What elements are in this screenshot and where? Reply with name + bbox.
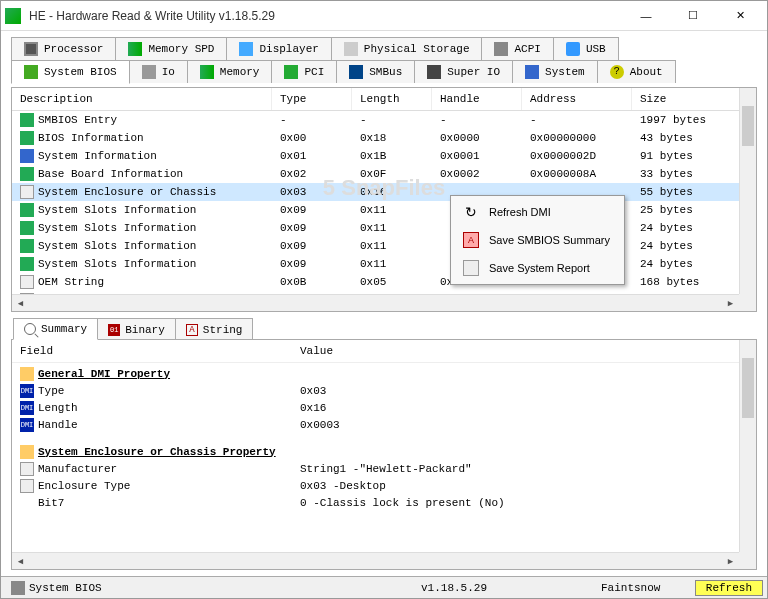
tab-smbus[interactable]: SMBus xyxy=(336,60,415,83)
row-description: System Information xyxy=(38,150,157,162)
detail-value: 0x03 xyxy=(292,385,756,397)
col-description[interactable]: Description xyxy=(12,88,272,110)
row-description: System Slots Information xyxy=(38,222,196,234)
a-icon xyxy=(463,232,479,248)
table-row[interactable]: System Enclosure or Chassis0x030x1655 by… xyxy=(12,183,756,201)
tab-label: System xyxy=(545,66,585,78)
system-bios-icon xyxy=(24,65,38,79)
row-icon xyxy=(20,257,34,271)
pci-icon xyxy=(284,65,298,79)
row-icon xyxy=(20,221,34,235)
table-row[interactable]: Base Board Information0x020x0F0x00020x00… xyxy=(12,165,756,183)
table-row[interactable]: SMBIOS Entry----1997 bytes xyxy=(12,111,756,129)
vertical-scrollbar[interactable] xyxy=(739,88,756,294)
detail-row-icon xyxy=(20,384,34,398)
col-value[interactable]: Value xyxy=(300,345,748,357)
maximize-button[interactable]: ☐ xyxy=(670,2,716,30)
detail-horizontal-scrollbar[interactable]: ◀▶ xyxy=(12,552,739,569)
close-button[interactable]: ✕ xyxy=(717,2,763,30)
row-description: Base Board Information xyxy=(38,168,183,180)
table-row[interactable]: BIOS Information0x000x180x00000x00000000… xyxy=(12,129,756,147)
subtab-label: Binary xyxy=(125,324,165,336)
subtab-string[interactable]: String xyxy=(175,318,254,340)
binary-icon xyxy=(108,324,120,336)
detail-row[interactable]: Type0x03 xyxy=(12,382,756,399)
tab-memory[interactable]: Memory xyxy=(187,60,273,83)
tab-label: ACPI xyxy=(514,43,540,55)
context-save-smbios-summary[interactable]: Save SMBIOS Summary xyxy=(453,226,622,254)
col-address[interactable]: Address xyxy=(522,88,632,110)
context-refresh-dmi[interactable]: ↻Refresh DMI xyxy=(453,198,622,226)
tab-label: System BIOS xyxy=(44,66,117,78)
detail-subtabs: SummaryBinaryString xyxy=(11,316,757,340)
detail-row[interactable]: System Enclosure or Chassis Property xyxy=(12,443,756,460)
tab-label: Memory xyxy=(220,66,260,78)
status-version: v1.18.5.29 xyxy=(421,582,487,594)
displayer-icon xyxy=(239,42,253,56)
tab-label: Processor xyxy=(44,43,103,55)
col-field[interactable]: Field xyxy=(20,345,300,357)
col-length[interactable]: Length xyxy=(352,88,432,110)
tab-super-io[interactable]: Super IO xyxy=(414,60,513,83)
row-icon xyxy=(20,149,34,163)
table-row[interactable]: System Information0x010x1B0x00010x000000… xyxy=(12,147,756,165)
table-row[interactable]: System Slots Information0x090x1125 bytes xyxy=(12,201,756,219)
detail-field: Enclosure Type xyxy=(38,480,130,492)
minimize-button[interactable]: — xyxy=(623,2,669,30)
status-author: Faintsnow xyxy=(601,582,660,594)
subtab-binary[interactable]: Binary xyxy=(97,318,176,340)
col-handle[interactable]: Handle xyxy=(432,88,522,110)
tab-system-bios[interactable]: System BIOS xyxy=(11,60,130,84)
tab-physical-storage[interactable]: Physical Storage xyxy=(331,37,483,60)
detail-row[interactable]: Bit70 -Classis lock is present (No) xyxy=(12,494,756,511)
tab-processor[interactable]: Processor xyxy=(11,37,116,60)
subtab-summary[interactable]: Summary xyxy=(13,318,98,340)
detail-field: General DMI Property xyxy=(38,368,170,380)
detail-row[interactable]: Length0x16 xyxy=(12,399,756,416)
row-description: OEM String xyxy=(38,276,104,288)
table-row[interactable]: OEM String0x0B0x050x00080x0000014F168 by… xyxy=(12,273,756,291)
detail-field: Bit7 xyxy=(38,497,64,509)
detail-row-icon xyxy=(20,445,34,459)
subtab-label: Summary xyxy=(41,323,87,335)
main-window: HE - Hardware Read & Write Utility v1.18… xyxy=(0,0,768,599)
system-icon xyxy=(525,65,539,79)
col-size[interactable]: Size xyxy=(632,88,756,110)
processor-icon xyxy=(24,42,38,56)
refresh-button[interactable]: Refresh xyxy=(695,580,763,596)
tab-usb[interactable]: USB xyxy=(553,37,619,60)
context-label: Save SMBIOS Summary xyxy=(489,234,610,246)
detail-row[interactable]: ManufacturerString1 -"Hewlett-Packard" xyxy=(12,460,756,477)
table-row[interactable]: System Slots Information0x090x1124 bytes xyxy=(12,219,756,237)
titlebar: HE - Hardware Read & Write Utility v1.18… xyxy=(1,1,767,31)
tab-displayer[interactable]: Displayer xyxy=(226,37,331,60)
detail-row[interactable]: General DMI Property xyxy=(12,365,756,382)
tab-io[interactable]: Io xyxy=(129,60,188,83)
table-row[interactable]: System Slots Information0x090x1124 bytes xyxy=(12,255,756,273)
horizontal-scrollbar[interactable]: ◀▶ xyxy=(12,294,739,311)
detail-row[interactable]: Enclosure Type0x03 -Desktop xyxy=(12,477,756,494)
io-icon xyxy=(142,65,156,79)
dmi-table-panel: Description Type Length Handle Address S… xyxy=(11,87,757,312)
col-type[interactable]: Type xyxy=(272,88,352,110)
tab-about[interactable]: About xyxy=(597,60,676,83)
detail-field: System Enclosure or Chassis Property xyxy=(38,446,276,458)
tab-system[interactable]: System xyxy=(512,60,598,83)
tab-pci[interactable]: PCI xyxy=(271,60,337,83)
detail-field: Type xyxy=(38,385,64,397)
context-save-system-report[interactable]: Save System Report xyxy=(453,254,622,282)
detail-field: Length xyxy=(38,402,78,414)
tab-memory-spd[interactable]: Memory SPD xyxy=(115,37,227,60)
detail-field: Manufacturer xyxy=(38,463,117,475)
detail-row[interactable]: Handle0x0003 xyxy=(12,416,756,433)
tab-label: USB xyxy=(586,43,606,55)
table-row[interactable]: System Slots Information0x090x1124 bytes xyxy=(12,237,756,255)
status-icon xyxy=(11,581,25,595)
detail-row-icon xyxy=(20,462,34,476)
detail-panel: Field Value General DMI PropertyType0x03… xyxy=(11,339,757,570)
row-icon xyxy=(20,185,34,199)
detail-vertical-scrollbar[interactable] xyxy=(739,340,756,552)
tab-acpi[interactable]: ACPI xyxy=(481,37,553,60)
grid-header: Description Type Length Handle Address S… xyxy=(12,88,756,111)
row-icon xyxy=(20,167,34,181)
